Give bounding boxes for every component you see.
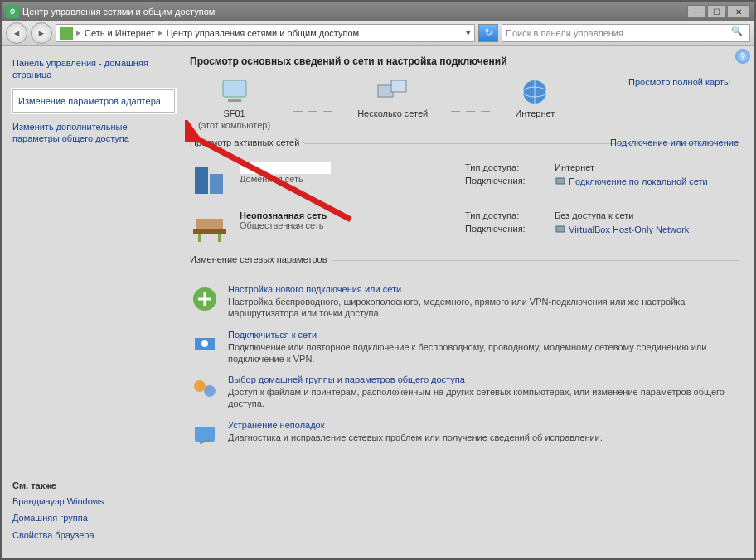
search-placeholder: Поиск в панели управления	[506, 28, 623, 38]
section-active-networks: Просмотр активных сетей Подключение или …	[190, 143, 739, 255]
section-change-settings: Изменение сетевых параметров Настройка н…	[190, 260, 739, 455]
svg-rect-3	[391, 80, 406, 92]
vbox-connection-link[interactable]: VirtualBox Host-Only Network	[569, 224, 689, 234]
minimize-button[interactable]: ─	[687, 5, 705, 18]
kv-val: Без доступа к сети	[555, 210, 633, 220]
search-icon[interactable]: 🔍	[731, 26, 746, 41]
kv-val: Интернет	[555, 162, 594, 172]
node-internet[interactable]: Интернет	[515, 77, 555, 118]
network-type: Доменная сеть	[240, 174, 455, 184]
help-icon[interactable]: ?	[735, 49, 750, 64]
window: ⚙ Центр управления сетями и общим доступ…	[2, 2, 754, 558]
network-name	[240, 162, 455, 174]
section-title-active: Просмотр активных сетей	[190, 138, 304, 147]
titlebar: ⚙ Центр управления сетями и общим доступ…	[2, 2, 754, 21]
svg-rect-19	[195, 427, 215, 442]
window-title: Центр управления сетями и общим доступом	[22, 7, 687, 17]
svg-rect-7	[210, 174, 223, 194]
kv-key: Тип доступа:	[465, 210, 548, 220]
task-connect[interactable]: Подключиться к сетиПодключение или повто…	[190, 325, 739, 370]
node-multiple-networks[interactable]: Несколько сетей	[357, 77, 428, 118]
node-pc-label: SF01	[223, 109, 245, 118]
node-this-pc[interactable]: SF01 (этот компьютер)	[198, 77, 270, 130]
svg-point-18	[204, 385, 216, 397]
maximize-button[interactable]: ☐	[707, 5, 725, 18]
section-title-change: Изменение сетевых параметров	[190, 254, 332, 264]
task-desc: Настройка беспроводного, широкополосного…	[228, 296, 739, 320]
task-troubleshoot[interactable]: Устранение неполадокДиагностика и исправ…	[190, 415, 739, 455]
pc-icon	[218, 77, 251, 107]
task-desc: Доступ к файлам и принтерам, расположенн…	[228, 386, 739, 410]
svg-rect-12	[218, 234, 221, 242]
crumb-sep: ▸	[158, 27, 163, 38]
crumb-current[interactable]: Центр управления сетями и общим доступом	[167, 28, 359, 38]
svg-rect-1	[228, 99, 241, 102]
svg-rect-6	[195, 167, 208, 194]
svg-rect-0	[223, 80, 246, 97]
task-desc: Диагностика и исправление сетевых пробле…	[228, 432, 603, 443]
task-homegroup[interactable]: Выбор домашней группы и параметров общег…	[190, 369, 739, 415]
multi-net-icon	[376, 77, 410, 107]
address-bar[interactable]: ▸ Сеть и Интернет ▸ Центр управления сет…	[56, 24, 475, 42]
task-title[interactable]: Подключиться к сети	[228, 330, 739, 340]
node-pc-sublabel: (этот компьютер)	[198, 120, 270, 130]
svg-rect-9	[193, 229, 226, 234]
lan-icon	[555, 176, 566, 187]
task-title[interactable]: Устранение неполадок	[228, 420, 603, 430]
sidebar-adapter-settings[interactable]: Изменение параметров адаптера	[12, 89, 175, 113]
adapter-icon	[555, 224, 566, 235]
lan-connection-link[interactable]: Подключение по локальной сети	[569, 176, 708, 186]
main-panel: ? Просмотр основных сведений о сети и на…	[185, 46, 754, 558]
kv-key: Тип доступа:	[465, 162, 548, 172]
task-title[interactable]: Настройка нового подключения или сети	[228, 284, 739, 294]
map-connector: — — —	[293, 105, 334, 115]
map-connector: — — —	[451, 105, 492, 115]
new-connection-icon	[190, 284, 220, 314]
control-panel-icon	[60, 27, 73, 40]
back-button[interactable]: ◄	[6, 22, 27, 44]
crumb-network[interactable]: Сеть и Интернет	[85, 28, 155, 38]
network-row-domain: Доменная сеть Тип доступа:Интернет Подкл…	[190, 159, 739, 207]
task-desc: Подключение или повторное подключение к …	[228, 341, 739, 365]
redacted-name	[240, 162, 331, 174]
task-title[interactable]: Выбор домашней группы и параметров общег…	[228, 374, 739, 384]
task-new-connection[interactable]: Настройка нового подключения или сетиНас…	[190, 279, 739, 325]
domain-network-icon	[190, 162, 230, 199]
navbar: ◄ ► ▸ Сеть и Интернет ▸ Центр управления…	[2, 21, 754, 46]
app-icon: ⚙	[6, 5, 19, 18]
node-internet-label: Интернет	[515, 109, 555, 118]
see-also-browser[interactable]: Свойства браузера	[12, 529, 175, 541]
network-name: Неопознанная сеть	[240, 210, 455, 220]
sidebar-home-link[interactable]: Панель управления - домашняя страница	[12, 57, 175, 81]
forward-button[interactable]: ►	[31, 22, 52, 44]
public-network-icon	[190, 210, 230, 247]
svg-rect-10	[196, 219, 223, 229]
svg-rect-8	[556, 178, 565, 184]
svg-point-16	[201, 340, 208, 347]
network-map: SF01 (этот компьютер) — — — Несколько се…	[190, 74, 739, 138]
connect-disconnect-link[interactable]: Подключение или отключение	[610, 138, 739, 147]
homegroup-icon	[190, 374, 220, 404]
see-also-homegroup[interactable]: Домашняя группа	[12, 512, 175, 524]
refresh-button[interactable]: ↻	[478, 24, 498, 42]
node-multi-label: Несколько сетей	[357, 109, 428, 118]
sidebar-advanced-sharing[interactable]: Изменить дополнительные параметры общего…	[12, 121, 175, 145]
svg-rect-11	[198, 234, 201, 242]
kv-key: Подключения:	[465, 176, 548, 187]
view-full-map-link[interactable]: Просмотр полной карты	[628, 77, 730, 87]
search-field[interactable]: Поиск в панели управления 🔍	[502, 24, 750, 42]
see-also-header: См. также	[12, 480, 175, 490]
connect-icon	[190, 330, 220, 360]
crumb-sep: ▸	[76, 27, 81, 38]
svg-rect-13	[556, 226, 565, 232]
page-heading: Просмотр основных сведений о сети и наст…	[190, 56, 739, 67]
address-dropdown-icon[interactable]: ▾	[466, 27, 471, 38]
sidebar: Панель управления - домашняя страница Из…	[2, 46, 185, 558]
kv-key: Подключения:	[465, 224, 548, 235]
svg-rect-2	[378, 85, 393, 97]
see-also-firewall[interactable]: Брандмауэр Windows	[12, 495, 175, 507]
network-type: Общественная сеть	[240, 220, 455, 230]
troubleshoot-icon	[190, 420, 220, 450]
svg-point-17	[194, 380, 206, 392]
close-button[interactable]: ✕	[727, 5, 750, 18]
